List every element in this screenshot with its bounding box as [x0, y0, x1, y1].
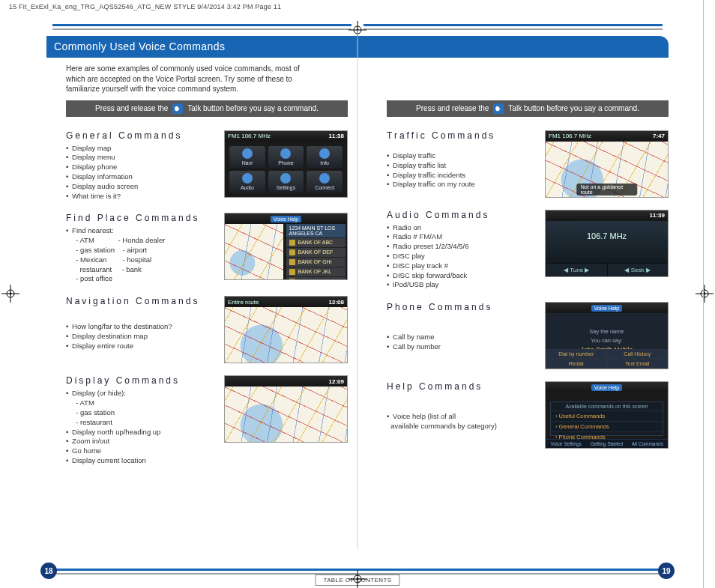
- screen-statusbar: Voice Help: [546, 303, 668, 313]
- press-text-post: Talk button before you say a command.: [508, 104, 639, 112]
- section-title: Commonly Used Voice Commands: [54, 40, 225, 52]
- command-item: Zoom in/out: [66, 437, 217, 446]
- screen-tile: Navi: [229, 146, 265, 168]
- command-item: Display destination map: [66, 332, 217, 342]
- tile-icon: [319, 173, 330, 184]
- command-item: Display current location: [66, 456, 217, 466]
- screen-tile: Audio: [229, 171, 265, 193]
- help-header: Available commands on this screen: [551, 402, 663, 410]
- command-group: Help CommandsVoice help (list of all ava…: [387, 371, 669, 450]
- screen-mock: Voice HelpSay the nameYou can say:John S…: [545, 302, 669, 369]
- tile-icon: [280, 173, 291, 184]
- command-group-title: Traffic Commands: [387, 130, 537, 148]
- place-name: BANK OF JKL: [298, 269, 332, 275]
- command-item: What time is it?: [66, 192, 217, 201]
- place-address: 1234 MAIN ST LOS ANGELES CA: [286, 224, 346, 237]
- svg-point-7: [10, 292, 12, 294]
- command-item: Display audio screen: [66, 182, 217, 192]
- command-item: Display phone: [66, 163, 217, 172]
- tile-label: Audio: [241, 185, 254, 190]
- status-clock: 11:39: [650, 212, 665, 219]
- command-item: DISC skip forward/back: [387, 271, 537, 281]
- screen-mock: Entire route12:08: [224, 296, 348, 363]
- place-row: BANK OF MNO: [286, 276, 346, 280]
- imposition-header: 15 Fit_ExExl_Ka_eng_TRG_AQS52546_ATG_NEW…: [0, 0, 715, 16]
- help-row: › General Commands: [551, 421, 663, 431]
- screen-tile: Connect: [307, 171, 343, 193]
- registration-mark-left: [1, 285, 19, 304]
- screen-mock: FM1 106.7 MHz11:38NaviPhoneInfoAudioSett…: [224, 130, 348, 198]
- command-group: Audio CommandsRadio onRadio # FM/AMRadio…: [387, 199, 669, 292]
- command-item: Display menu: [66, 153, 217, 163]
- command-group-title: Display Commands: [66, 375, 217, 386]
- tile-label: Phone: [278, 160, 293, 166]
- talk-icon: [172, 103, 183, 114]
- bank-icon: [289, 259, 295, 265]
- command-item: DISC play track #: [387, 261, 537, 271]
- bank-icon: [289, 240, 295, 246]
- screen-statusbar: FM1 106.7 MHz11:38: [225, 131, 347, 142]
- command-group-title: Audio Commands: [387, 210, 537, 220]
- left-column: General CommandsDisplay mapDisplay menuD…: [66, 120, 348, 467]
- command-group: Traffic CommandsDisplay trafficDisplay t…: [387, 120, 669, 199]
- talk-icon: [493, 103, 504, 114]
- tile-label: Info: [320, 160, 329, 166]
- status-clock: 12:09: [329, 378, 344, 385]
- tile-icon: [319, 148, 330, 159]
- press-text-pre: Press and release the: [416, 104, 489, 112]
- command-item: Display entire route: [66, 342, 217, 351]
- audio-button: ◀ Tune ▶: [546, 263, 607, 276]
- command-item: - ATM: [66, 398, 217, 408]
- command-item: Find nearest:: [66, 226, 217, 236]
- tile-icon: [280, 148, 291, 159]
- command-group-title: Help Commands: [387, 381, 537, 409]
- tile-label: Navi: [242, 160, 253, 166]
- status-clock: 12:08: [329, 299, 344, 306]
- command-group-title: Phone Commands: [387, 302, 537, 330]
- command-item: Display map: [66, 144, 217, 154]
- place-name: BANK OF ABC: [298, 240, 334, 246]
- command-item: How long/far to the destination?: [66, 322, 217, 332]
- tile-icon: [242, 173, 253, 184]
- command-item: iPod/USB play: [387, 280, 537, 290]
- voice-help-pill: Voice Help: [271, 216, 301, 222]
- screen-statusbar: Voice Help: [225, 213, 347, 224]
- screen-mock: 11:39106.7 MHz◀ Tune ▶◀ Seek ▶: [545, 210, 669, 277]
- bank-icon: [289, 249, 295, 255]
- command-item: Radio on: [387, 223, 537, 233]
- command-item: Display traffic on my route: [387, 180, 537, 190]
- command-item: Radio preset 1/2/3/4/5/6: [387, 242, 537, 252]
- screen-mock: Voice Help1234 MAIN ST LOS ANGELES CABAN…: [224, 213, 348, 280]
- command-list: How long/far to the destination?Display …: [66, 322, 217, 363]
- bank-icon: [289, 269, 295, 275]
- page: 15 Fit_ExExl_Ka_eng_TRG_AQS52546_ATG_NEW…: [0, 0, 715, 588]
- command-item: - ATM - Honda dealer: [66, 236, 217, 246]
- command-group: Display CommandsDisplay (or hide): - ATM…: [66, 365, 348, 467]
- command-list: Radio onRadio # FM/AMRadio preset 1/2/3/…: [387, 223, 537, 291]
- command-group-title: General Commands: [66, 130, 217, 141]
- status-clock: 11:38: [329, 133, 344, 139]
- command-item: - restaurant: [66, 418, 217, 428]
- command-list: Find nearest: - ATM - Honda dealer - gas…: [66, 226, 217, 284]
- command-group-title: Navigation Commands: [66, 296, 217, 319]
- help-bottom-button: Getting Started: [586, 439, 627, 448]
- audio-frequency: 106.7 MHz: [546, 221, 668, 240]
- command-item: Display traffic list: [387, 161, 537, 171]
- help-bottom-button: All Commands: [627, 439, 668, 448]
- right-column: Traffic CommandsDisplay trafficDisplay t…: [387, 120, 669, 467]
- command-item: Display traffic incidents: [387, 171, 537, 181]
- place-name: BANK OF GHI: [298, 259, 332, 265]
- screen-tile: Phone: [268, 146, 304, 168]
- page-footer: 18 19 TABLE OF CONTENTS: [0, 560, 715, 588]
- screen-mock: FM1 106.7 MHz7:47Not on a guidance route: [545, 130, 669, 198]
- command-group: Phone CommandsCall by nameCall by number…: [387, 291, 669, 371]
- section-intro: Here are some examples of commonly used …: [0, 58, 360, 99]
- command-list: Display (or hide): - ATM - gas station -…: [66, 389, 217, 466]
- command-item: Call by name: [387, 333, 537, 342]
- phone-prompt: You can say:: [591, 337, 623, 344]
- screen-statusbar: Voice Help: [546, 382, 668, 392]
- command-item: - gas station - airport: [66, 246, 217, 255]
- place-row: BANK OF GHI: [286, 257, 346, 267]
- command-group: Navigation CommandsHow long/far to the d…: [66, 285, 348, 365]
- place-row: BANK OF DEF: [286, 247, 346, 257]
